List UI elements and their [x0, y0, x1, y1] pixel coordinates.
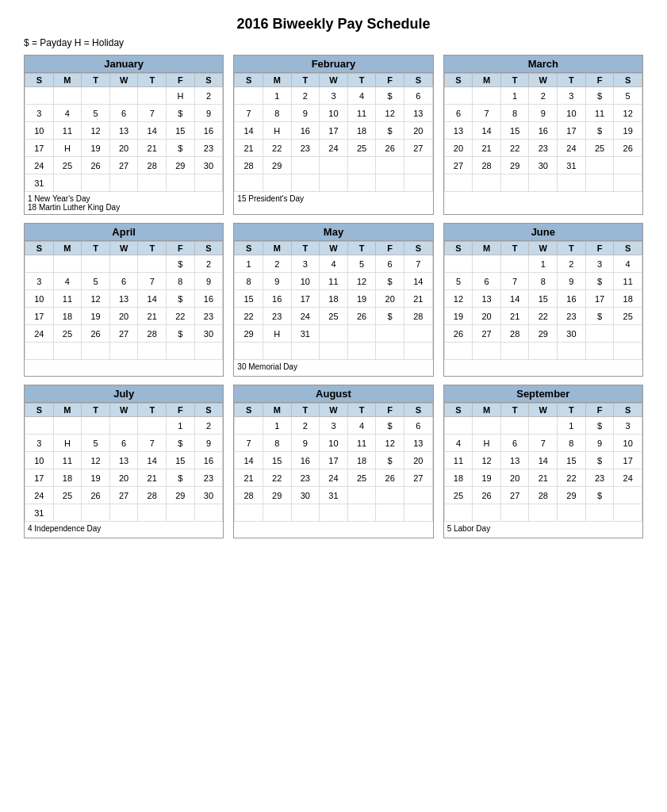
table-row: 21222324252627: [235, 469, 432, 487]
day-header: F: [585, 74, 614, 87]
cal-cell: 17: [25, 140, 54, 157]
cal-cell: 9: [194, 273, 223, 290]
cal-cell: [138, 174, 167, 192]
cal-cell: [558, 343, 586, 360]
month-header-august: August: [234, 385, 432, 403]
cal-cell: 2: [558, 255, 586, 273]
table-row: 2829: [235, 157, 432, 174]
month-header-january: January: [25, 56, 223, 73]
cal-cell: 4: [347, 417, 376, 435]
cal-cell: 20: [109, 469, 138, 487]
cal-cell: 12: [82, 122, 110, 140]
table-row: 56789$11: [444, 273, 642, 290]
table-row: [444, 174, 642, 192]
cal-cell: [53, 174, 82, 192]
cal-cell: 23: [558, 308, 586, 325]
cal-cell: [444, 417, 473, 435]
cal-cell: [473, 174, 501, 192]
cal-cell: [320, 174, 348, 192]
cal-cell: 11: [347, 435, 376, 452]
cal-cell: 27: [500, 487, 529, 504]
cal-cell: 29: [263, 487, 291, 504]
cal-cell: H: [53, 435, 82, 452]
cal-cell: [320, 343, 348, 360]
day-header: T: [500, 242, 529, 255]
month-notes-empty: [444, 360, 642, 376]
day-header: F: [167, 404, 195, 417]
cal-cell: 13: [109, 122, 138, 140]
cal-cell: 28: [138, 325, 167, 343]
cal-cell: [25, 343, 54, 360]
cal-cell: 12: [376, 435, 404, 452]
cal-cell: 28: [404, 308, 432, 325]
cal-cell: 11: [53, 122, 82, 140]
cal-cell: 11: [585, 105, 614, 122]
cal-cell: 12: [82, 452, 110, 469]
cal-cell: [194, 343, 223, 360]
cal-cell: [473, 87, 501, 105]
cal-cell: 2: [263, 255, 291, 273]
cal-cell: [82, 417, 110, 435]
table-row: 3H567$9: [25, 435, 223, 452]
cal-cell: 17: [25, 308, 54, 325]
cal-cell: [558, 504, 586, 522]
cal-cell: 19: [347, 290, 376, 308]
cal-cell: [585, 343, 614, 360]
day-header: M: [53, 74, 82, 87]
cal-cell: [404, 157, 432, 174]
table-row: 1234$6: [235, 87, 432, 105]
cal-cell: [291, 504, 320, 522]
cal-cell: 13: [500, 452, 529, 469]
table-row: 20212223242526: [444, 140, 642, 157]
cal-cell: 5: [82, 105, 110, 122]
cal-cell: 24: [558, 140, 586, 157]
cal-cell: 6: [473, 273, 501, 290]
cal-cell: 15: [529, 290, 558, 308]
month-block-august: AugustSMTWTFS1234$6789101112131415161718…: [233, 385, 433, 538]
table-row: 4H678910: [444, 435, 642, 452]
cal-cell: $: [376, 308, 404, 325]
legend: $ = Payday H = Holiday: [24, 37, 643, 48]
day-header: T: [82, 74, 110, 87]
cal-cell: $: [167, 435, 195, 452]
day-header: W: [109, 74, 138, 87]
cal-cell: 7: [529, 435, 558, 452]
day-header: S: [404, 404, 432, 417]
month-header-september: September: [444, 385, 642, 403]
cal-cell: 23: [194, 308, 223, 325]
cal-cell: H: [263, 325, 291, 343]
table-row: 34567$9: [25, 105, 223, 122]
cal-cell: 30: [194, 157, 223, 174]
cal-cell: 26: [614, 140, 642, 157]
cal-cell: 9: [194, 105, 223, 122]
day-header: F: [376, 242, 404, 255]
day-header: T: [82, 404, 110, 417]
day-header: S: [194, 242, 223, 255]
cal-cell: 8: [529, 273, 558, 290]
table-row: 78910111213: [235, 105, 432, 122]
cal-cell: 6: [109, 273, 138, 290]
cal-cell: 10: [25, 452, 54, 469]
cal-cell: 22: [529, 308, 558, 325]
cal-cell: 6: [404, 417, 432, 435]
cal-cell: 8: [167, 273, 195, 290]
cal-cell: 18: [320, 290, 348, 308]
cal-cell: 30: [529, 157, 558, 174]
cal-cell: [376, 504, 404, 522]
month-block-april: AprilSMTWTFS$234567891011121314$16171819…: [24, 223, 224, 377]
cal-cell: [500, 417, 529, 435]
cal-cell: [376, 325, 404, 343]
cal-cell: 25: [53, 487, 82, 504]
table-row: [235, 504, 432, 522]
cal-cell: $: [585, 452, 614, 469]
cal-cell: [585, 504, 614, 522]
cal-cell: 23: [529, 140, 558, 157]
cal-cell: [347, 157, 376, 174]
cal-cell: 15: [263, 452, 291, 469]
cal-cell: 1: [529, 255, 558, 273]
table-row: 1234567: [235, 255, 432, 273]
cal-cell: [25, 87, 54, 105]
cal-cell: 27: [109, 487, 138, 504]
cal-cell: [53, 255, 82, 273]
cal-cell: [82, 343, 110, 360]
